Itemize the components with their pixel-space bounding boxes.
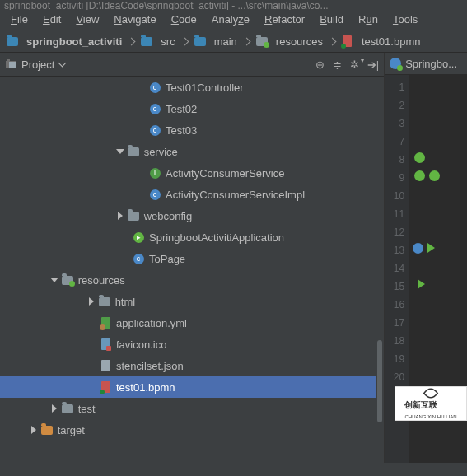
menu-navigate[interactable]: Navigate	[106, 10, 163, 30]
folder-icon	[7, 35, 18, 47]
editor-content[interactable]: 创新互联 CHUANG XIN HU LIAN	[409, 75, 467, 463]
tree-item-class-runnable[interactable]: ▸SpringbootActivitiApplication	[0, 226, 384, 248]
line-number: 15	[385, 278, 409, 296]
project-title: Project	[21, 58, 54, 71]
menu-file[interactable]: File	[3, 10, 35, 30]
class-icon: c	[133, 253, 144, 264]
line-number: 17	[385, 314, 409, 332]
menu-code[interactable]: Code	[164, 10, 204, 30]
locate-icon[interactable]: ⊕	[315, 58, 325, 71]
line-number: 10	[385, 187, 409, 205]
menu-view[interactable]: View	[68, 10, 106, 30]
tree-item-class[interactable]: cActivityConsumerServiceImpl	[0, 184, 384, 205]
main-split: Project ⊕ ≑ ✲▾ ➔| cTest01Controller cTes…	[0, 53, 467, 463]
project-panel: Project ⊕ ≑ ✲▾ ➔| cTest01Controller cTes…	[0, 53, 384, 463]
chevron-right-icon	[180, 37, 189, 45]
breadcrumb-label: main	[214, 35, 237, 48]
chevron-right-icon[interactable]	[30, 426, 38, 434]
tree-item-yml-file[interactable]: application.yml	[0, 312, 384, 334]
editor-tab[interactable]: Springbo...	[385, 53, 467, 75]
tree-item-folder[interactable]: test	[0, 398, 384, 419]
breadcrumb-resources[interactable]: resources	[255, 35, 325, 48]
chevron-right-icon[interactable]	[50, 404, 58, 413]
editor-panel: Springbo... 1 2 3 7 8 9 10 11 12 13 14 1…	[384, 53, 467, 463]
scrollbar-thumb[interactable]	[377, 340, 382, 422]
class-icon: c	[149, 103, 161, 114]
tree-item-ico-file[interactable]: favicon.ico	[0, 334, 384, 355]
menu-tools[interactable]: Tools	[385, 10, 425, 30]
line-number: 13	[385, 241, 409, 259]
window-title: springboot_activiti [D:\IdeaCode\springb…	[4, 0, 329, 10]
tree-item-class[interactable]: cTest02	[0, 98, 384, 119]
run-gutter-icon[interactable]	[427, 243, 435, 253]
title-bar: springboot_activiti [D:\IdeaCode\springb…	[0, 0, 467, 10]
chevron-right-icon	[328, 37, 336, 45]
line-number: 8	[385, 151, 409, 169]
line-number: 19	[385, 350, 409, 368]
runnable-class-icon: ▸	[133, 231, 144, 243]
tree-item-folder[interactable]: html	[0, 291, 384, 312]
tree-item-interface[interactable]: IActivityConsumerService	[0, 162, 384, 184]
folder-icon	[62, 403, 73, 414]
breadcrumb-label: springboot_activiti	[26, 35, 122, 48]
tree-item-package[interactable]: service	[0, 141, 384, 162]
scrollbar-vertical[interactable]	[376, 77, 384, 463]
gutter-bean-icon[interactable]	[414, 170, 425, 181]
tree-item-json-file[interactable]: stencilset.json	[0, 355, 384, 376]
bpmn-file-icon	[100, 381, 111, 393]
run-gutter-icon[interactable]	[418, 279, 425, 289]
breadcrumb: springboot_activiti src main resources t…	[0, 30, 467, 53]
svg-rect-1	[7, 59, 10, 62]
breadcrumb-src[interactable]: src	[139, 35, 176, 48]
line-number: 12	[385, 223, 409, 241]
menu-edit[interactable]: Edit	[35, 10, 68, 30]
menu-build[interactable]: Build	[312, 10, 351, 30]
tree-item-class[interactable]: cTest03	[0, 119, 384, 141]
menu-analyze[interactable]: Analyze	[204, 10, 257, 30]
line-number: 20	[385, 368, 409, 386]
folder-icon	[128, 146, 139, 157]
resources-folder-icon	[62, 274, 73, 286]
breadcrumb-root[interactable]: springboot_activiti	[5, 35, 124, 48]
line-number: 2	[385, 96, 409, 114]
target-folder-icon	[41, 424, 53, 436]
tree-item-resources[interactable]: resources	[0, 269, 384, 291]
project-tree[interactable]: cTest01Controller cTest02 cTest03 servic…	[0, 77, 384, 463]
folder-icon	[128, 210, 139, 222]
gutter-bean-icon[interactable]	[429, 170, 440, 181]
tree-item-target[interactable]: target	[0, 419, 384, 441]
project-view-selector[interactable]: Project	[5, 58, 65, 71]
folder-icon	[99, 296, 110, 307]
class-icon: c	[149, 82, 161, 93]
gutter-class-icon[interactable]	[413, 243, 423, 254]
tree-item-bpmn-file[interactable]: test01.bpmn	[0, 376, 384, 398]
chevron-right-icon[interactable]	[87, 297, 96, 306]
breadcrumb-main[interactable]: main	[193, 35, 239, 48]
chevron-down-icon[interactable]	[116, 147, 124, 156]
svg-rect-2	[9, 62, 16, 68]
breadcrumb-file[interactable]: test01.bpmn	[340, 35, 423, 48]
hide-icon[interactable]: ➔|	[367, 58, 379, 71]
folder-icon	[256, 35, 268, 47]
json-file-icon	[100, 360, 111, 371]
tree-item-class[interactable]: cTest01Controller	[0, 77, 384, 98]
menu-refactor[interactable]: Refactor	[257, 10, 312, 30]
gear-icon[interactable]: ✲▾	[350, 58, 359, 71]
tree-item-package[interactable]: webconfig	[0, 205, 384, 226]
project-icon	[5, 58, 16, 70]
chevron-down-icon[interactable]	[50, 276, 58, 284]
editor-tab-label: Springbo...	[405, 58, 457, 70]
gutter-bean-icon[interactable]	[414, 152, 425, 163]
chevron-right-icon[interactable]	[116, 212, 124, 220]
line-number: 11	[385, 205, 409, 223]
menu-run[interactable]: Run	[351, 10, 385, 30]
folder-icon	[141, 35, 152, 47]
tree-item-class[interactable]: cToPage	[0, 248, 384, 269]
chevron-right-icon	[128, 37, 136, 45]
line-number: 9	[385, 169, 409, 187]
expand-icon[interactable]: ≑	[333, 58, 342, 71]
breadcrumb-label: resources	[276, 35, 323, 48]
class-icon: c	[149, 189, 161, 200]
chevron-right-icon	[242, 37, 250, 45]
menu-bar: File Edit View Navigate Code Analyze Ref…	[0, 10, 467, 30]
